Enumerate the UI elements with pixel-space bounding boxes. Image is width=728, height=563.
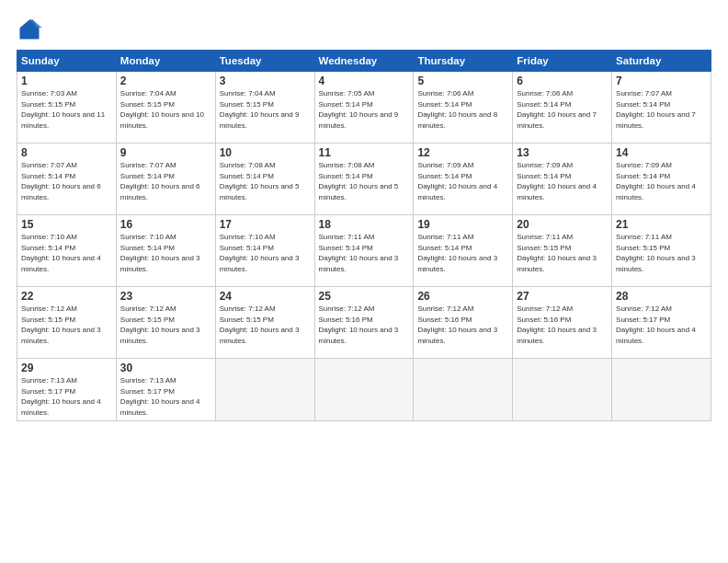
table-row: 20Sunrise: 7:11 AMSunset: 5:15 PMDayligh… bbox=[513, 215, 612, 287]
day-number: 27 bbox=[517, 290, 608, 303]
day-number: 11 bbox=[319, 146, 410, 159]
table-row: 8Sunrise: 7:07 AMSunset: 5:14 PMDaylight… bbox=[17, 144, 117, 215]
table-row: 21Sunrise: 7:11 AMSunset: 5:15 PMDayligh… bbox=[612, 215, 711, 287]
table-row: 13Sunrise: 7:09 AMSunset: 5:14 PMDayligh… bbox=[513, 144, 612, 215]
table-row bbox=[513, 359, 612, 421]
table-row: 12Sunrise: 7:09 AMSunset: 5:14 PMDayligh… bbox=[414, 144, 513, 215]
calendar-header: Sunday Monday Tuesday Wednesday Thursday… bbox=[17, 51, 711, 72]
day-info: Sunrise: 7:12 AMSunset: 5:17 PMDaylight:… bbox=[616, 304, 707, 346]
header-wednesday: Wednesday bbox=[314, 51, 414, 72]
day-info: Sunrise: 7:12 AMSunset: 5:16 PMDaylight:… bbox=[517, 304, 608, 346]
day-number: 14 bbox=[616, 146, 707, 159]
day-number: 26 bbox=[417, 290, 508, 303]
day-info: Sunrise: 7:12 AMSunset: 5:15 PMDaylight:… bbox=[21, 304, 112, 346]
table-row: 30Sunrise: 7:13 AMSunset: 5:17 PMDayligh… bbox=[116, 359, 215, 421]
table-row: 16Sunrise: 7:10 AMSunset: 5:14 PMDayligh… bbox=[116, 215, 215, 287]
day-number: 5 bbox=[417, 75, 508, 87]
logo bbox=[17, 17, 46, 42]
table-row: 14Sunrise: 7:09 AMSunset: 5:14 PMDayligh… bbox=[612, 144, 711, 215]
day-number: 3 bbox=[220, 75, 311, 87]
day-info: Sunrise: 7:09 AMSunset: 5:14 PMDaylight:… bbox=[417, 160, 508, 202]
day-number: 29 bbox=[21, 362, 112, 374]
header-saturday: Saturday bbox=[612, 51, 711, 72]
day-info: Sunrise: 7:11 AMSunset: 5:14 PMDaylight:… bbox=[417, 232, 508, 274]
day-info: Sunrise: 7:10 AMSunset: 5:14 PMDaylight:… bbox=[21, 232, 112, 274]
table-row: 28Sunrise: 7:12 AMSunset: 5:17 PMDayligh… bbox=[612, 287, 711, 359]
day-info: Sunrise: 7:07 AMSunset: 5:14 PMDaylight:… bbox=[21, 160, 112, 202]
day-info: Sunrise: 7:03 AMSunset: 5:15 PMDaylight:… bbox=[21, 88, 112, 131]
day-number: 2 bbox=[120, 75, 211, 87]
day-number: 15 bbox=[21, 218, 112, 231]
header-monday: Monday bbox=[116, 51, 215, 72]
day-info: Sunrise: 7:10 AMSunset: 5:14 PMDaylight:… bbox=[120, 232, 211, 274]
table-row: 24Sunrise: 7:12 AMSunset: 5:15 PMDayligh… bbox=[215, 287, 314, 359]
table-row: 4Sunrise: 7:05 AMSunset: 5:14 PMDaylight… bbox=[314, 72, 414, 144]
table-row: 1Sunrise: 7:03 AMSunset: 5:15 PMDaylight… bbox=[17, 72, 117, 144]
table-row: 10Sunrise: 7:08 AMSunset: 5:14 PMDayligh… bbox=[215, 144, 314, 215]
svg-marker-0 bbox=[20, 20, 40, 40]
table-row: 25Sunrise: 7:12 AMSunset: 5:16 PMDayligh… bbox=[314, 287, 414, 359]
calendar-page: Sunday Monday Tuesday Wednesday Thursday… bbox=[0, 0, 728, 563]
day-number: 23 bbox=[120, 290, 211, 303]
day-info: Sunrise: 7:04 AMSunset: 5:15 PMDaylight:… bbox=[220, 88, 311, 131]
day-info: Sunrise: 7:12 AMSunset: 5:15 PMDaylight:… bbox=[220, 304, 311, 346]
day-info: Sunrise: 7:09 AMSunset: 5:14 PMDaylight:… bbox=[616, 160, 707, 202]
day-number: 6 bbox=[517, 75, 608, 87]
day-number: 22 bbox=[21, 290, 112, 303]
day-number: 17 bbox=[220, 218, 311, 231]
day-number: 21 bbox=[616, 218, 707, 231]
day-info: Sunrise: 7:05 AMSunset: 5:14 PMDaylight:… bbox=[319, 88, 410, 131]
day-number: 25 bbox=[319, 290, 410, 303]
day-number: 20 bbox=[517, 218, 608, 231]
table-row: 15Sunrise: 7:10 AMSunset: 5:14 PMDayligh… bbox=[17, 215, 117, 287]
table-row: 11Sunrise: 7:08 AMSunset: 5:14 PMDayligh… bbox=[314, 144, 414, 215]
day-info: Sunrise: 7:07 AMSunset: 5:14 PMDaylight:… bbox=[120, 160, 211, 202]
day-info: Sunrise: 7:06 AMSunset: 5:14 PMDaylight:… bbox=[417, 88, 508, 131]
header-sunday: Sunday bbox=[17, 51, 117, 72]
table-row: 22Sunrise: 7:12 AMSunset: 5:15 PMDayligh… bbox=[17, 287, 117, 359]
table-row: 26Sunrise: 7:12 AMSunset: 5:16 PMDayligh… bbox=[414, 287, 513, 359]
table-row: 2Sunrise: 7:04 AMSunset: 5:15 PMDaylight… bbox=[116, 72, 215, 144]
day-info: Sunrise: 7:12 AMSunset: 5:16 PMDaylight:… bbox=[417, 304, 508, 346]
day-number: 30 bbox=[120, 362, 211, 374]
day-number: 16 bbox=[120, 218, 211, 231]
day-number: 13 bbox=[517, 146, 608, 159]
table-row bbox=[414, 359, 513, 421]
header-row: Sunday Monday Tuesday Wednesday Thursday… bbox=[17, 51, 711, 72]
header-thursday: Thursday bbox=[414, 51, 513, 72]
day-number: 28 bbox=[616, 290, 707, 303]
day-info: Sunrise: 7:08 AMSunset: 5:14 PMDaylight:… bbox=[319, 160, 410, 202]
table-row: 17Sunrise: 7:10 AMSunset: 5:14 PMDayligh… bbox=[215, 215, 314, 287]
day-info: Sunrise: 7:11 AMSunset: 5:15 PMDaylight:… bbox=[517, 232, 608, 274]
table-row bbox=[612, 359, 711, 421]
table-row: 19Sunrise: 7:11 AMSunset: 5:14 PMDayligh… bbox=[414, 215, 513, 287]
header-friday: Friday bbox=[513, 51, 612, 72]
day-info: Sunrise: 7:07 AMSunset: 5:14 PMDaylight:… bbox=[616, 88, 707, 131]
day-info: Sunrise: 7:08 AMSunset: 5:14 PMDaylight:… bbox=[220, 160, 311, 202]
day-info: Sunrise: 7:06 AMSunset: 5:14 PMDaylight:… bbox=[517, 88, 608, 131]
day-info: Sunrise: 7:09 AMSunset: 5:14 PMDaylight:… bbox=[517, 160, 608, 202]
table-row bbox=[314, 359, 414, 421]
table-row: 6Sunrise: 7:06 AMSunset: 5:14 PMDaylight… bbox=[513, 72, 612, 144]
day-number: 24 bbox=[220, 290, 311, 303]
day-info: Sunrise: 7:12 AMSunset: 5:15 PMDaylight:… bbox=[120, 304, 211, 346]
day-number: 1 bbox=[21, 75, 112, 87]
table-row: 23Sunrise: 7:12 AMSunset: 5:15 PMDayligh… bbox=[116, 287, 215, 359]
header-tuesday: Tuesday bbox=[215, 51, 314, 72]
table-row: 29Sunrise: 7:13 AMSunset: 5:17 PMDayligh… bbox=[17, 359, 117, 421]
table-row: 3Sunrise: 7:04 AMSunset: 5:15 PMDaylight… bbox=[215, 72, 314, 144]
day-number: 4 bbox=[319, 75, 410, 87]
day-info: Sunrise: 7:13 AMSunset: 5:17 PMDaylight:… bbox=[120, 375, 211, 418]
calendar-table: Sunday Monday Tuesday Wednesday Thursday… bbox=[17, 50, 711, 421]
day-number: 9 bbox=[120, 146, 211, 159]
day-info: Sunrise: 7:11 AMSunset: 5:14 PMDaylight:… bbox=[319, 232, 410, 274]
table-row: 7Sunrise: 7:07 AMSunset: 5:14 PMDaylight… bbox=[612, 72, 711, 144]
table-row: 9Sunrise: 7:07 AMSunset: 5:14 PMDaylight… bbox=[116, 144, 215, 215]
day-info: Sunrise: 7:04 AMSunset: 5:15 PMDaylight:… bbox=[120, 88, 211, 131]
day-info: Sunrise: 7:12 AMSunset: 5:16 PMDaylight:… bbox=[319, 304, 410, 346]
day-info: Sunrise: 7:10 AMSunset: 5:14 PMDaylight:… bbox=[220, 232, 311, 274]
table-row: 27Sunrise: 7:12 AMSunset: 5:16 PMDayligh… bbox=[513, 287, 612, 359]
day-info: Sunrise: 7:11 AMSunset: 5:15 PMDaylight:… bbox=[616, 232, 707, 274]
day-number: 7 bbox=[616, 75, 707, 87]
table-row bbox=[215, 359, 314, 421]
